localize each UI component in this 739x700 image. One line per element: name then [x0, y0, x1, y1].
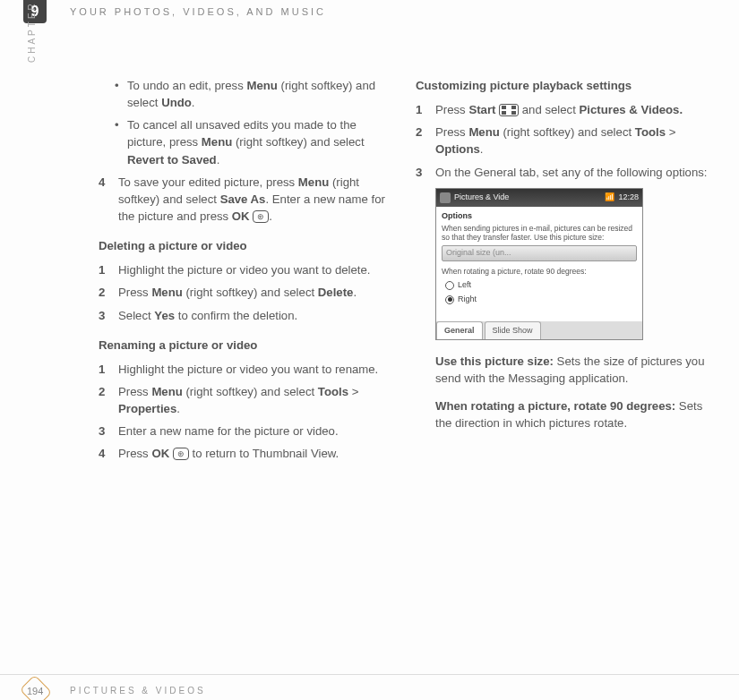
- bullet-undo: • To undo an edit, press Menu (right sof…: [99, 77, 391, 111]
- ok-button-icon: ⊛: [253, 210, 269, 223]
- deleting-heading: Deleting a picture or video: [99, 237, 391, 254]
- screenshot-desc-rotate: When rotating a picture, rotate 90 degre…: [442, 267, 637, 276]
- chapter-label-vertical: CHAPTER: [27, 1, 37, 63]
- footer-section-label: PICTURES & VIDEOS: [70, 686, 206, 696]
- start-icon: [440, 192, 451, 203]
- screenshot-desc-size: When sending pictures in e-mail, picture…: [442, 224, 637, 242]
- bullet-revert: • To cancel all unsaved edits you made t…: [99, 116, 391, 167]
- page-content: • To undo an edit, press Menu (right sof…: [99, 77, 708, 468]
- custom-step-3: 3On the General tab, set any of the foll…: [416, 164, 708, 181]
- custom-step-2: 2Press Menu (right softkey) and select T…: [416, 124, 708, 158]
- options-screenshot: Pictures & Vide 📶 12:28 Options When sen…: [435, 188, 643, 340]
- screenshot-time: 12:28: [618, 192, 639, 203]
- screenshot-tab-general: General: [436, 321, 483, 339]
- custom-step-1: 1Press Start and select Pictures & Video…: [416, 101, 708, 118]
- page-footer: 194 PICTURES & VIDEOS: [0, 674, 739, 686]
- screenshot-app-title: Pictures & Vide: [454, 192, 509, 203]
- renaming-heading: Renaming a picture or video: [99, 337, 391, 354]
- screenshot-tab-slideshow: Slide Show: [485, 321, 541, 339]
- delete-step-2: 2Press Menu (right softkey) and select D…: [99, 284, 391, 301]
- running-head: YOUR PHOTOS, VIDEOS, AND MUSIC: [70, 6, 326, 17]
- page-number: 194: [27, 686, 43, 696]
- ok-button-icon: ⊛: [173, 448, 189, 460]
- customizing-heading: Customizing picture playback settings: [416, 77, 708, 94]
- right-column: Customizing picture playback settings 1P…: [416, 77, 708, 468]
- left-column: • To undo an edit, press Menu (right sof…: [99, 77, 391, 468]
- rename-step-2: 2Press Menu (right softkey) and select T…: [99, 383, 391, 417]
- screenshot-signal-icon: 📶: [605, 192, 614, 203]
- screenshot-radio-left: Left: [445, 279, 637, 291]
- screenshot-options-label: Options: [442, 210, 637, 222]
- step-4-save: 4 To save your edited picture, press Men…: [99, 174, 391, 225]
- delete-step-1: 1Highlight the picture or video you want…: [99, 261, 391, 278]
- option-rotate: When rotating a picture, rotate 90 degre…: [435, 397, 708, 431]
- radio-icon-filled: [445, 295, 454, 304]
- screenshot-radio-right: Right: [445, 294, 637, 305]
- rename-step-4: 4Press OK ⊛ to return to Thumbnail View.: [99, 445, 391, 462]
- radio-icon: [445, 281, 454, 290]
- rename-step-3: 3Enter a new name for the picture or vid…: [99, 423, 391, 440]
- start-button-icon: [499, 104, 519, 116]
- option-picture-size: Use this picture size: Sets the size of …: [435, 353, 708, 387]
- screenshot-titlebar: Pictures & Vide 📶 12:28: [436, 189, 642, 207]
- delete-step-3: 3Select Yes to confirm the deletion.: [99, 307, 391, 324]
- screenshot-size-dropdown: Original size (un...: [442, 245, 637, 261]
- rename-step-1: 1Highlight the picture or video you want…: [99, 361, 391, 378]
- screenshot-body: Options When sending pictures in e-mail,…: [436, 207, 642, 323]
- screenshot-tabs: General Slide Show: [436, 321, 642, 339]
